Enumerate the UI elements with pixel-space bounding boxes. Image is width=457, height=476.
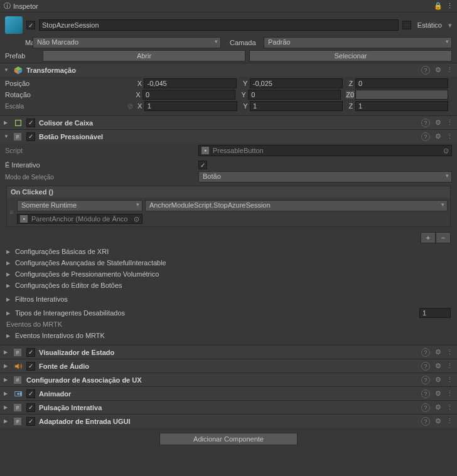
foldout-arrow[interactable]: ▶ (4, 405, 10, 410)
foldout-arrow[interactable]: ▶ (4, 363, 10, 369)
foldout-arrow[interactable]: ▶ (4, 349, 10, 355)
position-z-input[interactable] (355, 78, 448, 88)
scale-z-input[interactable] (355, 101, 448, 111)
foldout-arrow[interactable]: ▶ (6, 249, 13, 255)
pressable-button-enabled[interactable] (26, 132, 35, 141)
layer-dropdown[interactable]: Padrão (264, 37, 452, 48)
preset-icon[interactable]: ⚙ (435, 119, 441, 127)
foldout-arrow[interactable]: ▶ (6, 310, 13, 316)
help-icon[interactable]: ? (421, 417, 430, 426)
function-dropdown[interactable]: AnchorModuleScript.StopAzureSession (145, 200, 448, 211)
mrtk-events-label: Eventos do MRTK (6, 320, 62, 328)
menu-icon[interactable]: ⋮ (446, 66, 453, 75)
position-label: Posição (5, 80, 65, 87)
static-checkbox[interactable] (402, 21, 411, 29)
transform-header[interactable]: ▼ Transformação ? ⚙ ⋮ (0, 63, 457, 77)
component-header[interactable]: ▶Animador?⚙⋮ (0, 386, 457, 400)
menu-icon[interactable]: ⋮ (446, 119, 453, 127)
help-icon[interactable]: ? (421, 376, 430, 384)
rotation-x-input[interactable] (142, 90, 235, 100)
rotation-z-input[interactable] (355, 90, 448, 100)
component-header[interactable]: ▶Fonte de Áudio?⚙⋮ (0, 359, 457, 373)
scale-y-input[interactable] (250, 101, 343, 111)
component-enabled-checkbox[interactable] (26, 403, 35, 412)
foldout-arrow[interactable]: ▶ (6, 260, 13, 266)
event-target-field[interactable]: ▪ ParentAnchor (Módulo de Ânco (17, 214, 142, 224)
prefab-select-button[interactable]: Selecionar (249, 50, 452, 61)
preset-icon[interactable]: ⚙ (435, 66, 441, 75)
add-event-button[interactable]: + (421, 232, 436, 243)
preset-icon[interactable]: ⚙ (435, 389, 441, 398)
tab-menu-icon[interactable]: ⋮ (446, 2, 453, 10)
preset-icon[interactable]: ⚙ (435, 348, 441, 357)
gameobject-icon[interactable] (5, 16, 23, 34)
component-header[interactable]: ▶#Pulsação Interativa?⚙⋮ (0, 400, 457, 414)
add-component-button[interactable]: Adicionar Componente (159, 433, 298, 445)
help-icon[interactable]: ? (421, 132, 430, 141)
runtime-dropdown[interactable]: Somente Runtime (17, 200, 142, 211)
foldout-arrow[interactable]: ▼ (4, 134, 10, 139)
box-collider-header[interactable]: ▶ Colisor de Caixa ? ⚙ ⋮ (0, 115, 457, 129)
tag-dropdown[interactable]: Não Marcado (33, 37, 221, 48)
help-icon[interactable]: ? (421, 66, 430, 75)
menu-icon[interactable]: ⋮ (446, 403, 453, 412)
prefab-open-button[interactable]: Abrir (43, 50, 245, 61)
onclick-header: On Clicked () (7, 186, 450, 198)
foldout-arrow[interactable]: ▼ (4, 67, 10, 73)
menu-icon[interactable]: ⋮ (446, 389, 453, 398)
component-enabled-checkbox[interactable] (26, 362, 35, 371)
preset-icon[interactable]: ⚙ (435, 403, 441, 412)
foldout-arrow[interactable]: ▶ (4, 418, 10, 424)
box-collider-enabled[interactable] (26, 119, 35, 127)
menu-icon[interactable]: ⋮ (446, 132, 453, 141)
static-dropdown-arrow[interactable]: ▾ (448, 21, 452, 29)
gameobject-name-field[interactable] (39, 19, 399, 31)
help-icon[interactable]: ? (421, 348, 430, 357)
interactive-checkbox[interactable] (198, 161, 207, 169)
menu-icon[interactable]: ⋮ (446, 362, 453, 371)
foldout-arrow[interactable]: ▶ (6, 333, 13, 339)
component-enabled-checkbox[interactable] (26, 389, 35, 398)
preset-icon[interactable]: ⚙ (435, 417, 441, 426)
component-header[interactable]: ▶#Configurador de Associação de UX?⚙⋮ (0, 373, 457, 386)
rotation-y-input[interactable] (248, 90, 341, 100)
position-y-input[interactable] (250, 78, 343, 88)
help-icon[interactable]: ? (421, 403, 430, 412)
component-header[interactable]: ▶#Adaptador de Entrada UGUI?⚙⋮ (0, 414, 457, 428)
remove-event-button[interactable]: − (436, 232, 451, 243)
position-x-input[interactable] (144, 78, 237, 88)
reorder-handle[interactable]: ≡ (9, 208, 14, 216)
pressable-button-header[interactable]: ▼ # Botão Pressionável ? ⚙ ⋮ (0, 129, 457, 143)
foldout-arrow[interactable]: ▶ (4, 391, 10, 396)
lock-icon[interactable]: 🔒 (434, 2, 443, 10)
component-icon: # (14, 376, 23, 384)
component-enabled-checkbox[interactable] (26, 348, 35, 357)
menu-icon[interactable]: ⋮ (446, 376, 453, 384)
component-enabled-checkbox[interactable] (26, 417, 35, 426)
scale-x-input[interactable] (144, 101, 237, 111)
gameobject-enabled-checkbox[interactable] (26, 21, 35, 29)
foldout-arrow[interactable]: ▶ (4, 377, 10, 383)
foldout-arrow[interactable]: ▶ (6, 297, 13, 302)
menu-icon[interactable]: ⋮ (446, 348, 453, 357)
component-icon (14, 362, 23, 371)
foldout-arrow[interactable]: ▶ (6, 283, 13, 288)
component-header[interactable]: ▶#Visualizador de Estado?⚙⋮ (0, 345, 457, 359)
box-collider-title: Colisor de Caixa (39, 119, 417, 127)
select-mode-dropdown[interactable]: Botão (198, 171, 452, 182)
help-icon[interactable]: ? (421, 362, 430, 371)
foldout-arrow[interactable]: ▶ (4, 120, 10, 125)
preset-icon[interactable]: ⚙ (435, 376, 441, 384)
help-icon[interactable]: ? (421, 119, 430, 127)
preset-icon[interactable]: ⚙ (435, 132, 441, 141)
script-object-field[interactable]: ▪ PressableButton (198, 145, 452, 156)
menu-icon[interactable]: ⋮ (446, 417, 453, 426)
link-scale-icon[interactable]: ⊘ (127, 102, 133, 110)
config-section-label: Configurações de Pressionamento Volumétr… (15, 270, 159, 278)
preset-icon[interactable]: ⚙ (435, 362, 441, 371)
disabled-types-label: Tipos de Interagentes Desabilitados (15, 309, 417, 317)
component-icon: # (14, 348, 23, 357)
help-icon[interactable]: ? (421, 389, 430, 398)
foldout-arrow[interactable]: ▶ (6, 272, 13, 277)
disabled-types-count[interactable] (419, 308, 451, 318)
